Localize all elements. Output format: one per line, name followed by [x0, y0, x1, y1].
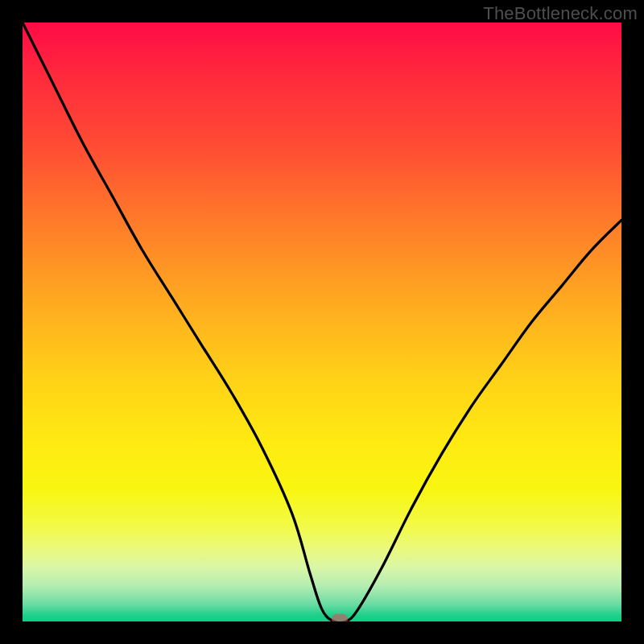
optimal-point-marker	[332, 614, 348, 622]
watermark-text: TheBottleneck.com	[483, 3, 638, 24]
bottleneck-curve	[23, 23, 621, 621]
plot-area	[23, 23, 621, 621]
chart-frame: TheBottleneck.com	[0, 0, 644, 644]
